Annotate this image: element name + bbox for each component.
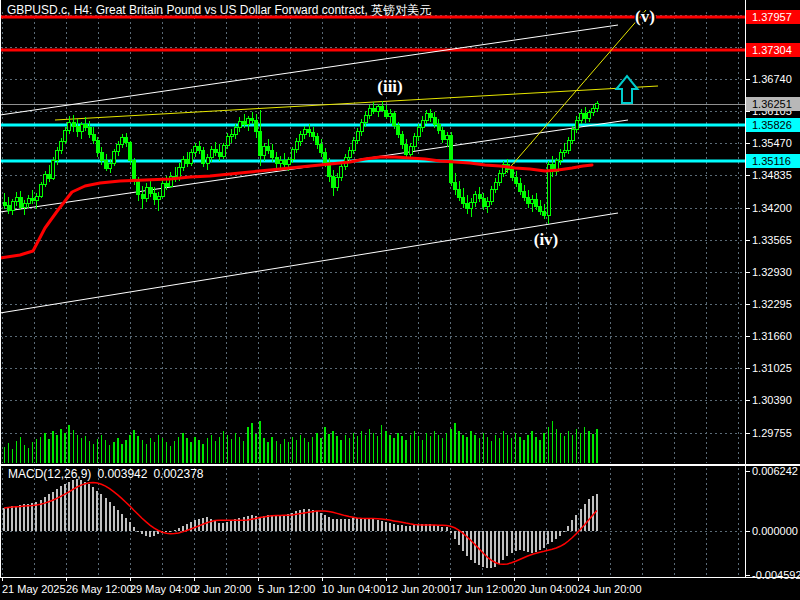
- candle-body: [275, 158, 278, 163]
- candle-body: [592, 109, 595, 113]
- macd-bar: [251, 515, 253, 531]
- macd-bar: [474, 531, 476, 563]
- volume-bar: [499, 438, 500, 463]
- macd-bar: [23, 504, 25, 531]
- macd-bar: [222, 523, 224, 531]
- volume-bar: [64, 433, 65, 463]
- volume-bar: [377, 436, 378, 463]
- candle-body: [490, 190, 493, 202]
- wave-label[interactable]: (iii): [377, 77, 403, 96]
- candle-body: [433, 117, 436, 124]
- candle-body: [125, 138, 128, 143]
- candle-body: [482, 198, 485, 206]
- wave-label[interactable]: (iv): [534, 230, 559, 249]
- candle-body: [486, 201, 489, 206]
- volume-bar: [36, 439, 37, 463]
- candle-body: [64, 131, 67, 142]
- volume-bar: [580, 433, 581, 463]
- volume-bar: [259, 421, 260, 463]
- candle-body: [295, 142, 298, 150]
- volume-bar: [4, 447, 5, 463]
- time-tick-label: 10 Jun 04:00: [322, 583, 386, 595]
- macd-bar: [3, 508, 5, 531]
- macd-bar: [96, 491, 98, 531]
- candle-body: [117, 144, 120, 152]
- macd-bar: [84, 482, 86, 531]
- macd-bar: [234, 519, 236, 531]
- macd-bar: [19, 505, 21, 531]
- volume-bar: [535, 437, 536, 463]
- macd-bar: [56, 489, 58, 531]
- macd-bar: [555, 531, 557, 539]
- candle-body: [186, 159, 189, 163]
- macd-bar: [336, 519, 338, 531]
- macd-bar: [368, 519, 370, 531]
- macd-bar: [125, 518, 127, 531]
- candle-body: [356, 132, 359, 141]
- candle-body: [259, 132, 262, 156]
- candle-body: [421, 121, 424, 128]
- candle-body: [401, 134, 404, 144]
- macd-bar: [68, 482, 70, 531]
- candles: [3, 101, 599, 224]
- macd-bar: [283, 515, 285, 531]
- macd-bar: [275, 516, 277, 531]
- candle-body: [450, 136, 453, 183]
- macd-bar: [551, 531, 553, 542]
- macd-bar: [109, 502, 111, 531]
- volume-bar: [552, 421, 553, 463]
- volume-bar: [121, 444, 122, 463]
- candle-body: [425, 114, 428, 121]
- macd-bar: [535, 531, 537, 552]
- channel-upper-line[interactable]: [0, 25, 618, 115]
- wave-label[interactable]: (v): [635, 7, 655, 26]
- candle-body: [409, 147, 412, 155]
- macd-bar: [121, 514, 123, 531]
- candle-body: [588, 112, 591, 119]
- candle-body: [462, 197, 465, 203]
- pane-separator[interactable]: [0, 464, 800, 466]
- volume-bar: [401, 436, 402, 463]
- candle-body: [316, 137, 319, 145]
- up-arrow-icon[interactable]: [617, 76, 638, 103]
- candle-body: [466, 204, 469, 209]
- candle-body: [279, 161, 282, 163]
- candle-body: [84, 124, 87, 128]
- chart-canvas[interactable]: 1.380101.373751.367401.361051.354701.348…: [0, 0, 800, 600]
- volume-bar: [572, 435, 573, 463]
- candle-body: [405, 144, 408, 154]
- candle-body: [571, 129, 574, 141]
- volume-bar: [194, 437, 195, 463]
- candle-body: [498, 173, 501, 182]
- macd-bar: [502, 531, 504, 560]
- volume-bar: [239, 437, 240, 463]
- candle-body: [149, 187, 152, 193]
- macd-bar: [206, 517, 208, 531]
- macd-bar: [417, 525, 419, 531]
- macd-bar: [441, 527, 443, 531]
- price-tick-label: 1.33565: [752, 234, 792, 246]
- volume-bar: [166, 442, 167, 463]
- price-badge-label: 1.35116: [752, 155, 791, 167]
- macd-bar: [360, 519, 362, 531]
- macd-bar: [527, 531, 529, 552]
- macd-bar: [11, 506, 13, 531]
- time-axis[interactable]: 21 May 202526 May 12:0029 May 04:002 Jun…: [2, 577, 642, 595]
- macd-bar: [547, 531, 549, 544]
- candle-body: [31, 198, 34, 201]
- price-axis[interactable]: 1.380101.373751.367401.361051.354701.348…: [745, 9, 800, 581]
- volume-bar: [146, 444, 147, 463]
- time-tick-label: 2 Jun 20:00: [194, 583, 252, 595]
- volume-bar: [231, 439, 232, 463]
- candle-body: [137, 181, 140, 195]
- macd-bar: [450, 531, 452, 533]
- candle-body: [56, 151, 59, 161]
- yellow-trend-line[interactable]: [55, 86, 658, 120]
- volume-bar: [345, 435, 346, 463]
- macd-bar: [80, 480, 82, 531]
- macd-bar: [486, 531, 488, 568]
- candle-body: [271, 151, 274, 158]
- candle-body: [381, 106, 384, 110]
- candle-body: [417, 128, 420, 137]
- channel-lower-line[interactable]: [0, 213, 618, 313]
